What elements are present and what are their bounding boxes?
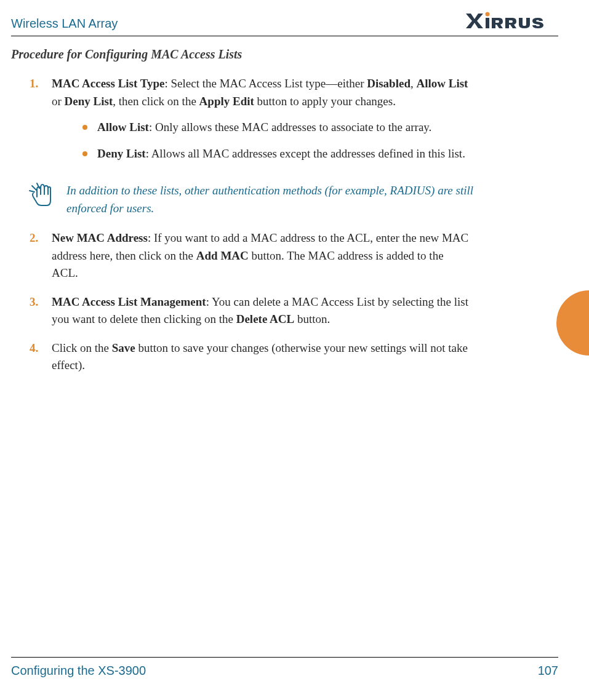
list-item-3: 3. MAC Access List Management: You can d…: [30, 293, 469, 328]
sub-item: Deny List: Allows all MAC addresses exce…: [82, 145, 469, 163]
section-title: Procedure for Configuring MAC Access Lis…: [11, 47, 558, 62]
svg-rect-0: [486, 18, 489, 28]
brand-logo: [466, 11, 558, 31]
content-area: 1. MAC Access List Type: Select the MAC …: [11, 75, 558, 171]
list-item-4: 4. Click on the Save button to save your…: [30, 340, 469, 375]
svg-point-1: [486, 12, 490, 17]
header-title: Wireless LAN Array: [11, 17, 118, 31]
decorative-tab-icon: [556, 290, 589, 356]
list-number: 2.: [30, 229, 43, 282]
page-header: Wireless LAN Array: [11, 11, 558, 36]
content-area-2: 2. New MAC Address: If you want to add a…: [11, 229, 558, 375]
page-footer: Configuring the XS-3900 107: [11, 657, 558, 678]
list-item-2: 2. New MAC Address: If you want to add a…: [30, 229, 469, 282]
footer-section: Configuring the XS-3900: [11, 664, 146, 678]
note-text: In addition to these lists, other authen…: [66, 182, 478, 217]
list-item-1: 1. MAC Access List Type: Select the MAC …: [30, 75, 469, 171]
bullet-icon: [82, 151, 87, 156]
sub-list: Allow List: Only allows these MAC addres…: [52, 119, 469, 162]
list-number: 3.: [30, 293, 43, 328]
sub-item: Allow List: Only allows these MAC addres…: [82, 119, 469, 137]
list-number: 4.: [30, 340, 43, 375]
list-body: MAC Access List Management: You can dele…: [52, 293, 469, 328]
bullet-icon: [82, 125, 87, 130]
list-body: MAC Access List Type: Select the MAC Acc…: [52, 75, 469, 171]
list-body: Click on the Save button to save your ch…: [52, 340, 469, 375]
list-number: 1.: [30, 75, 43, 171]
page-number: 107: [538, 664, 558, 678]
note-callout: In addition to these lists, other authen…: [28, 182, 558, 217]
note-hand-icon: [28, 181, 55, 212]
list-body: New MAC Address: If you want to add a MA…: [52, 229, 469, 282]
xirrus-logo-icon: [466, 11, 558, 31]
